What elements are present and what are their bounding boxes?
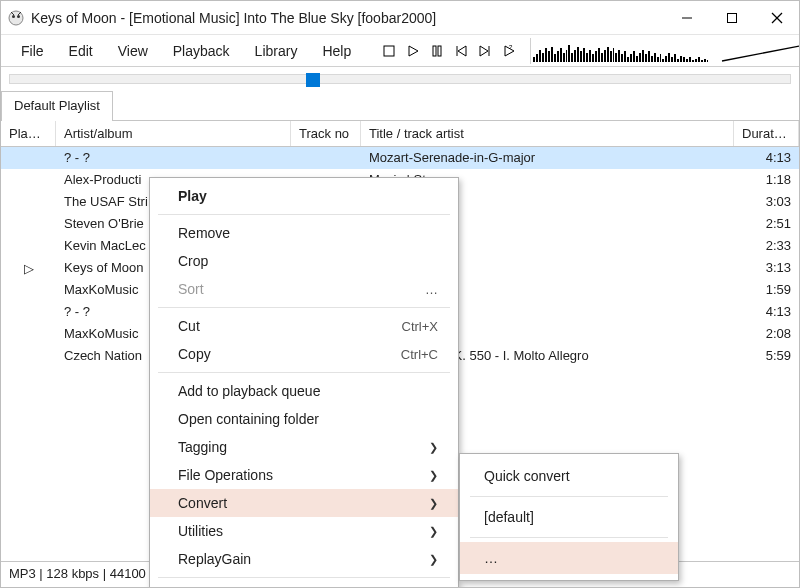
- menu-edit[interactable]: Edit: [59, 39, 103, 63]
- sub-more[interactable]: …: [460, 542, 678, 574]
- sub-separator: [470, 496, 668, 497]
- ctx-cut[interactable]: CutCtrl+X: [150, 312, 458, 340]
- menu-file[interactable]: File: [11, 39, 54, 63]
- col-header-playing[interactable]: Playi…: [1, 121, 56, 146]
- cell-playing: [1, 279, 56, 301]
- cell-duration: 3:03: [734, 191, 799, 213]
- svg-rect-9: [433, 46, 436, 56]
- svg-text:?: ?: [509, 44, 513, 50]
- tab-default-playlist[interactable]: Default Playlist: [1, 91, 113, 121]
- col-header-title[interactable]: Title / track artist: [361, 121, 734, 146]
- window-controls: [664, 3, 799, 33]
- cell-artist: ? - ?: [56, 147, 291, 169]
- col-header-duration[interactable]: Durat…: [734, 121, 799, 146]
- play-button[interactable]: [403, 41, 423, 61]
- cell-duration: 4:13: [734, 301, 799, 323]
- cell-playing: [1, 323, 56, 345]
- seek-bar[interactable]: [1, 67, 799, 91]
- col-header-trackno[interactable]: Track no: [291, 121, 361, 146]
- next-button[interactable]: [475, 41, 495, 61]
- maximize-button[interactable]: [709, 3, 754, 33]
- cell-duration: 1:59: [734, 279, 799, 301]
- prev-button[interactable]: [451, 41, 471, 61]
- svg-marker-11: [458, 46, 466, 56]
- pause-button[interactable]: [427, 41, 447, 61]
- cell-playing: [1, 345, 56, 367]
- svg-rect-4: [727, 13, 736, 22]
- ctx-properties[interactable]: PropertiesAlt+Enter: [150, 582, 458, 588]
- chevron-right-icon: ❯: [429, 469, 438, 482]
- menu-help[interactable]: Help: [312, 39, 361, 63]
- svg-line-17: [722, 44, 800, 61]
- cell-playing: [1, 147, 56, 169]
- ctx-separator: [158, 307, 450, 308]
- ctx-separator: [158, 372, 450, 373]
- ctx-copy[interactable]: CopyCtrl+C: [150, 340, 458, 368]
- svg-point-0: [9, 11, 23, 25]
- ctx-tagging[interactable]: Tagging❯: [150, 433, 458, 461]
- minimize-button[interactable]: [664, 3, 709, 33]
- cell-duration: 2:08: [734, 323, 799, 345]
- app-icon: [7, 9, 25, 27]
- cell-duration: 2:33: [734, 235, 799, 257]
- ctx-play[interactable]: Play: [150, 182, 458, 210]
- context-menu: Play Remove Crop Sort… CutCtrl+X CopyCtr…: [149, 177, 459, 588]
- ctx-file-operations[interactable]: File Operations❯: [150, 461, 458, 489]
- chevron-right-icon: ❯: [429, 497, 438, 510]
- visualizer[interactable]: [530, 38, 710, 64]
- cell-duration: 2:51: [734, 213, 799, 235]
- chevron-right-icon: ❯: [429, 553, 438, 566]
- cell-duration: 5:59: [734, 345, 799, 367]
- cell-duration: 3:13: [734, 257, 799, 279]
- status-text: MP3 | 128 kbps | 44100 H: [9, 566, 159, 581]
- close-button[interactable]: [754, 3, 799, 33]
- playlist-tabs: Default Playlist: [1, 91, 799, 121]
- window-title: Keys of Moon - [Emotional Music] Into Th…: [31, 10, 664, 26]
- cell-playing: [1, 213, 56, 235]
- cell-playing: [1, 169, 56, 191]
- sub-quick-convert[interactable]: Quick convert: [460, 460, 678, 492]
- seek-thumb[interactable]: [306, 73, 320, 87]
- ctx-remove[interactable]: Remove: [150, 219, 458, 247]
- menu-playback[interactable]: Playback: [163, 39, 240, 63]
- cell-duration: 1:18: [734, 169, 799, 191]
- convert-submenu: Quick convert [default] …: [459, 453, 679, 581]
- column-headers: Playi… Artist/album Track no Title / tra…: [1, 121, 799, 147]
- col-header-artist[interactable]: Artist/album: [56, 121, 291, 146]
- ctx-convert[interactable]: Convert❯: [150, 489, 458, 517]
- cell-playing: [1, 235, 56, 257]
- chevron-right-icon: ❯: [429, 441, 438, 454]
- menu-view[interactable]: View: [108, 39, 158, 63]
- sub-default[interactable]: [default]: [460, 501, 678, 533]
- cell-playing: ▷: [1, 257, 56, 279]
- cell-playing: [1, 191, 56, 213]
- ctx-utilities[interactable]: Utilities❯: [150, 517, 458, 545]
- table-row[interactable]: ? - ?Mozart-Serenade-in-G-major4:13: [1, 147, 799, 169]
- volume-slider[interactable]: [721, 38, 800, 64]
- stop-button[interactable]: [379, 41, 399, 61]
- svg-marker-8: [409, 46, 418, 56]
- menubar: File Edit View Playback Library Help ?: [1, 35, 799, 67]
- app-window: Keys of Moon - [Emotional Music] Into Th…: [0, 0, 800, 588]
- ctx-crop[interactable]: Crop: [150, 247, 458, 275]
- seek-track[interactable]: [9, 74, 791, 84]
- ctx-separator: [158, 214, 450, 215]
- menu-library[interactable]: Library: [245, 39, 308, 63]
- ctx-separator: [158, 577, 450, 578]
- chevron-right-icon: ❯: [429, 525, 438, 538]
- cell-title: Mozart-Serenade-in-G-major: [361, 147, 734, 169]
- cell-playing: [1, 301, 56, 323]
- svg-rect-10: [438, 46, 441, 56]
- ctx-replaygain[interactable]: ReplayGain❯: [150, 545, 458, 573]
- svg-rect-7: [384, 46, 394, 56]
- random-button[interactable]: ?: [499, 41, 519, 61]
- svg-point-2: [17, 15, 20, 18]
- sub-separator: [470, 537, 668, 538]
- svg-point-1: [12, 15, 15, 18]
- titlebar: Keys of Moon - [Emotional Music] Into Th…: [1, 1, 799, 35]
- svg-marker-13: [480, 46, 488, 56]
- ctx-open-folder[interactable]: Open containing folder: [150, 405, 458, 433]
- transport-controls: ?: [379, 41, 519, 61]
- ctx-add-queue[interactable]: Add to playback queue: [150, 377, 458, 405]
- ctx-sort: Sort…: [150, 275, 458, 303]
